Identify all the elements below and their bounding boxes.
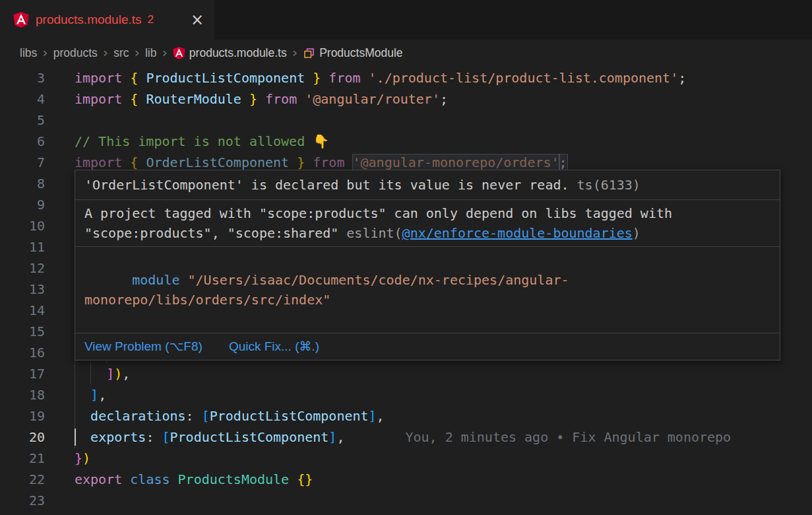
chevron-right-icon: › bbox=[42, 40, 47, 65]
quick-fix-link[interactable]: Quick Fix... (⌘.) bbox=[229, 338, 319, 355]
code-token bbox=[257, 91, 265, 107]
class-symbol-icon bbox=[303, 47, 315, 59]
hover-eslint-diagnostic: A project tagged with "scope:products" c… bbox=[75, 200, 780, 247]
line-number[interactable]: 5 bbox=[0, 110, 45, 131]
code-line-5[interactable]: 5 bbox=[0, 110, 812, 131]
code-token bbox=[122, 154, 130, 170]
code-line-17[interactable]: 17 ]), bbox=[0, 363, 812, 384]
code-token bbox=[305, 154, 313, 170]
line-number[interactable]: 11 bbox=[0, 236, 45, 258]
breadcrumb-item-lib[interactable]: lib bbox=[145, 46, 157, 60]
code-token: ; bbox=[440, 91, 448, 107]
line-number[interactable]: 23 bbox=[0, 490, 45, 511]
code-token bbox=[138, 70, 146, 86]
code-text: declarations: [ProductListComponent], bbox=[75, 405, 812, 427]
breadcrumb: libs › products › src › lib › products.m… bbox=[0, 40, 812, 66]
breadcrumb-item-src[interactable]: src bbox=[113, 46, 129, 60]
code-line-4[interactable]: 4import { RouterModule } from '@angular/… bbox=[0, 88, 812, 110]
line-number[interactable]: 20 bbox=[0, 427, 45, 448]
tab-label: products.module.ts bbox=[36, 13, 142, 27]
code-token bbox=[241, 91, 249, 107]
line-number[interactable]: 15 bbox=[0, 321, 45, 342]
code-line-19[interactable]: 19 declarations: [ProductListComponent], bbox=[0, 405, 812, 427]
line-number[interactable]: 6 bbox=[0, 131, 45, 152]
line-number[interactable]: 12 bbox=[0, 258, 45, 279]
code-line-6[interactable]: 6// This import is not allowed 👇 bbox=[0, 131, 812, 152]
code-line-18[interactable]: 18 ], bbox=[0, 384, 812, 405]
line-number[interactable]: 4 bbox=[0, 88, 45, 110]
code-token: } bbox=[249, 91, 257, 107]
line-number[interactable]: 7 bbox=[0, 152, 45, 173]
chevron-right-icon: › bbox=[135, 40, 140, 65]
code-text: import { ProductListComponent } from './… bbox=[75, 67, 812, 88]
code-line-23[interactable]: 23 bbox=[0, 490, 812, 511]
tab-problems-badge: 2 bbox=[148, 13, 154, 26]
code-token bbox=[154, 429, 162, 445]
code-token: : bbox=[146, 429, 154, 445]
code-token: ; bbox=[678, 70, 686, 86]
line-number[interactable]: 9 bbox=[0, 194, 45, 215]
code-token: ] bbox=[90, 387, 98, 403]
code-token bbox=[75, 387, 90, 403]
line-number[interactable]: 19 bbox=[0, 405, 45, 427]
tab-products-module-ts[interactable]: products.module.ts 2 × bbox=[0, 0, 214, 40]
ts-diagnostic-code: ts(6133) bbox=[569, 177, 640, 193]
line-number[interactable]: 13 bbox=[0, 279, 45, 300]
close-icon[interactable]: × bbox=[191, 12, 204, 28]
code-token: 👇 bbox=[313, 133, 329, 149]
line-number[interactable]: 17 bbox=[0, 363, 45, 384]
code-token: [ bbox=[202, 408, 210, 424]
line-number[interactable]: 10 bbox=[0, 215, 45, 236]
line-number[interactable]: 21 bbox=[0, 448, 45, 469]
indent-guide bbox=[75, 384, 75, 405]
indent-guide bbox=[75, 405, 75, 427]
code-token bbox=[138, 154, 146, 170]
code-token: ] bbox=[369, 408, 377, 424]
view-problem-link[interactable]: View Problem (⌥F8) bbox=[84, 338, 203, 355]
code-token bbox=[194, 408, 202, 424]
code-text: ], bbox=[75, 384, 812, 405]
code-token bbox=[305, 70, 313, 86]
eslint-rule-link[interactable]: @nx/enforce-module-boundaries bbox=[402, 225, 633, 241]
breadcrumb-item-products[interactable]: products bbox=[53, 46, 98, 60]
line-number[interactable]: 14 bbox=[0, 300, 45, 321]
line-number[interactable]: 8 bbox=[0, 173, 45, 194]
code-token: exports bbox=[90, 429, 146, 445]
eslint-source-open: eslint( bbox=[346, 225, 402, 241]
code-token: { bbox=[130, 70, 138, 86]
git-blame-annotation: You, 2 minutes ago • Fix Angular monorep… bbox=[344, 429, 731, 445]
code-token: , bbox=[122, 366, 130, 382]
code-token: ) bbox=[82, 450, 90, 466]
breadcrumb-item-libs[interactable]: libs bbox=[20, 46, 37, 60]
code-token: , bbox=[377, 408, 385, 424]
code-line-20[interactable]: 20 exports: [ProductListComponent],You, … bbox=[0, 427, 812, 448]
code-text: ]), bbox=[75, 363, 812, 384]
code-token: ] bbox=[328, 429, 336, 445]
error-squiggle-range: import { OrderListComponent } from '@ang… bbox=[75, 154, 567, 170]
code-line-22[interactable]: 22export class ProductsModule {} bbox=[0, 469, 812, 490]
editor[interactable]: 3import { ProductListComponent } from '.… bbox=[0, 66, 812, 515]
code-token: , bbox=[98, 387, 106, 403]
line-number[interactable]: 3 bbox=[0, 67, 45, 88]
line-number[interactable]: 16 bbox=[0, 342, 45, 363]
line-number[interactable]: 18 bbox=[0, 384, 45, 405]
code-token: '@angular/router' bbox=[305, 91, 440, 107]
code-token: './product-list/product-list.component' bbox=[369, 70, 679, 86]
code-token bbox=[289, 154, 297, 170]
breadcrumb-item-symbol[interactable]: ProductsModule bbox=[303, 46, 402, 60]
line-number[interactable]: 22 bbox=[0, 469, 45, 490]
code-line-21[interactable]: 21}) bbox=[0, 448, 812, 469]
angular-icon bbox=[173, 47, 185, 59]
code-line-3[interactable]: 3import { ProductListComponent } from '.… bbox=[0, 67, 812, 88]
hover-ts-diagnostic: 'OrderListComponent' is declared but its… bbox=[75, 170, 780, 200]
code-token: // This import is not allowed bbox=[75, 133, 313, 149]
breadcrumb-item-file[interactable]: products.module.ts bbox=[173, 46, 287, 60]
code-token: declarations bbox=[90, 408, 186, 424]
code-text: exports: [ProductListComponent],You, 2 m… bbox=[75, 427, 812, 448]
code-token bbox=[321, 70, 328, 86]
code-token: from bbox=[313, 154, 344, 170]
module-keyword: module bbox=[132, 272, 179, 288]
eslint-source-close: ) bbox=[633, 225, 640, 241]
code-token bbox=[344, 154, 352, 170]
code-text bbox=[75, 490, 812, 511]
